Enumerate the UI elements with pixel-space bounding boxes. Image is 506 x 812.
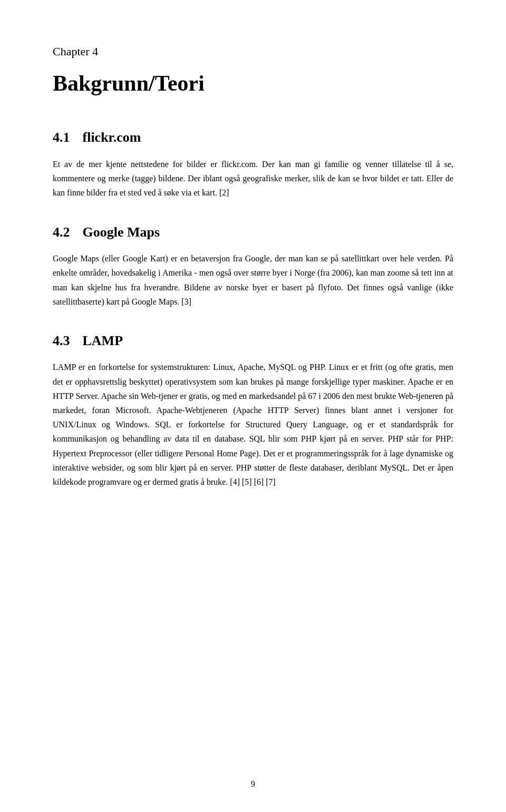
section-4-2-heading: 4.2Google Maps [53, 221, 453, 243]
section-4-2-title: Google Maps [83, 224, 160, 240]
section-4-2-number: 4.2 [53, 224, 70, 240]
section-4-3-title: LAMP [83, 333, 123, 348]
section-4-1-paragraph-0: Et av de mer kjente nettstedene for bild… [53, 157, 453, 200]
section-4-1-number: 4.1 [53, 130, 70, 145]
section-4-3: 4.3LAMP LAMP er en forkortelse for syste… [53, 330, 453, 489]
section-4-2: 4.2Google Maps Google Maps (eller Google… [53, 221, 453, 309]
section-4-3-paragraph-0: LAMP er en forkortelse for systemstruktu… [53, 360, 453, 489]
section-4-1-heading: 4.1flickr.com [53, 126, 453, 149]
page: Chapter 4 Bakgrunn/Teori 4.1flickr.com E… [0, 0, 506, 812]
section-4-3-heading: 4.3LAMP [53, 330, 453, 352]
section-4-2-paragraph-0: Google Maps (eller Google Kart) er en be… [53, 251, 453, 309]
section-4-1: 4.1flickr.com Et av de mer kjente nettst… [53, 126, 453, 200]
page-number: 9 [251, 777, 255, 791]
chapter-label: Chapter 4 [53, 42, 453, 61]
section-4-1-title: flickr.com [83, 130, 141, 145]
section-4-3-number: 4.3 [53, 333, 70, 348]
chapter-title: Bakgrunn/Teori [53, 66, 453, 101]
